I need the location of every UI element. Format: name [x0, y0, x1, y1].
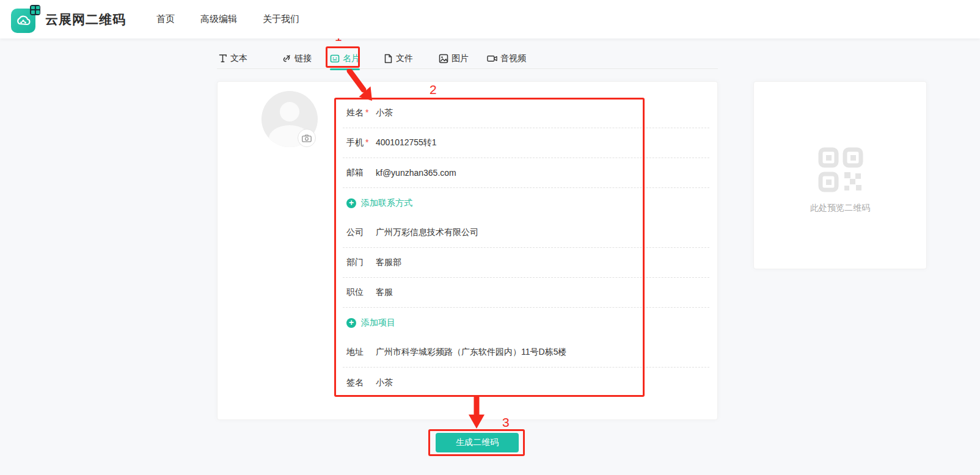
form-row-company: 公司 广州万彩信息技术有限公司 [343, 218, 709, 248]
camera-icon[interactable] [298, 129, 316, 147]
image-icon [439, 54, 448, 63]
avatar-silhouette [280, 102, 299, 121]
phone-field[interactable]: 4001012755转1 [376, 137, 437, 148]
form-row-position: 职位 客服 [343, 278, 709, 308]
nav-home[interactable]: 首页 [156, 13, 175, 25]
brand-title: 云展网二维码 [45, 11, 126, 28]
link-icon [282, 54, 291, 63]
content-type-tabbar: 文本 链接 名片 文件 [217, 48, 718, 69]
form-row-signature: 签名 小茶 [343, 368, 709, 397]
field-label: 邮箱 [346, 167, 364, 178]
business-card-form-panel: 姓名* 小茶 手机* 4001012755转1 邮箱 kf@yunzhan365… [217, 81, 718, 420]
tab-label: 音视频 [500, 53, 526, 64]
form-row-name: 姓名* 小茶 [343, 98, 709, 128]
tab-image[interactable]: 图片 [439, 48, 469, 69]
plus-icon: + [346, 198, 356, 208]
add-project-label: 添加项目 [361, 317, 395, 328]
department-field[interactable]: 客服部 [376, 257, 401, 268]
add-project-button[interactable]: + 添加项目 [343, 308, 709, 338]
nav-about-us[interactable]: 关于我们 [263, 13, 299, 25]
app-header: 云展网二维码 首页 高级编辑 关于我们 [0, 0, 980, 38]
business-card-icon [330, 54, 340, 63]
tab-file[interactable]: 文件 [384, 48, 413, 69]
address-field[interactable]: 广州市科学城彩频路（广东软件园内）11号D栋5楼 [376, 347, 566, 358]
field-label: 手机 [346, 137, 364, 148]
main-nav: 首页 高级编辑 关于我们 [156, 13, 299, 25]
tab-link[interactable]: 链接 [282, 48, 312, 69]
field-label: 地址 [346, 347, 364, 358]
qr-preview-placeholder-text: 此处预览二维码 [754, 203, 926, 214]
nav-advanced-edit[interactable]: 高级编辑 [200, 13, 237, 25]
qr-preview-panel: 此处预览二维码 [753, 81, 927, 269]
tab-label: 文件 [396, 53, 413, 64]
signature-field[interactable]: 小茶 [376, 377, 393, 388]
tab-business-card[interactable]: 名片 [330, 48, 360, 69]
form-row-email: 邮箱 kf@yunzhan365.com [343, 158, 709, 188]
form-row-address: 地址 广州市科学城彩频路（广东软件园内）11号D栋5楼 [343, 338, 709, 368]
brand-logo [11, 5, 40, 34]
position-field[interactable]: 客服 [376, 287, 393, 298]
required-mark: * [365, 137, 368, 148]
page: 云展网二维码 首页 高级编辑 关于我们 文本 链接 [0, 0, 980, 475]
tab-audio-video[interactable]: 音视频 [487, 48, 526, 69]
field-label: 职位 [346, 287, 364, 298]
email-field[interactable]: kf@yunzhan365.com [376, 168, 456, 178]
generate-qr-button[interactable]: 生成二维码 [436, 433, 519, 452]
field-label: 部门 [346, 257, 364, 268]
qr-placeholder-icon [817, 147, 864, 193]
form-row-phone: 手机* 4001012755转1 [343, 128, 709, 158]
field-label: 签名 [346, 377, 364, 388]
name-field[interactable]: 小茶 [376, 107, 393, 118]
plus-icon: + [346, 318, 356, 328]
file-icon [384, 54, 393, 63]
qr-badge-icon [30, 5, 40, 15]
add-contact-method-button[interactable]: + 添加联系方式 [343, 188, 709, 218]
tab-label: 文本 [230, 53, 247, 64]
required-mark: * [365, 107, 368, 118]
tab-label: 链接 [294, 53, 312, 64]
tab-text[interactable]: 文本 [218, 48, 247, 69]
video-icon [487, 54, 497, 63]
contact-form: 姓名* 小茶 手机* 4001012755转1 邮箱 kf@yunzhan365… [343, 98, 709, 397]
add-contact-label: 添加联系方式 [361, 198, 412, 209]
tab-label: 名片 [343, 53, 360, 64]
tab-label: 图片 [452, 53, 469, 64]
form-row-department: 部门 客服部 [343, 248, 709, 278]
company-field[interactable]: 广州万彩信息技术有限公司 [376, 227, 478, 238]
field-label: 姓名 [346, 107, 364, 118]
field-label: 公司 [346, 227, 364, 238]
text-icon [218, 54, 227, 63]
